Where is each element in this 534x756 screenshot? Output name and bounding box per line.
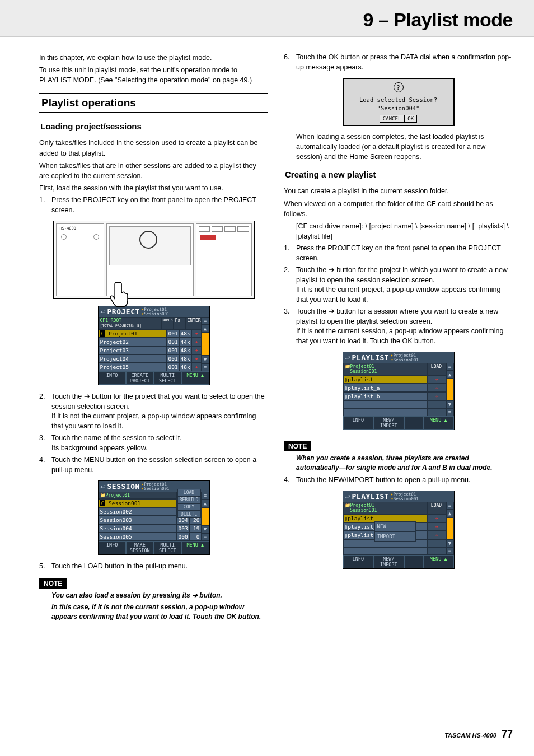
note-label: NOTE — [39, 578, 67, 589]
scroll-down-icon: ▼ — [202, 356, 209, 363]
folder-icon: 📁 — [345, 364, 350, 369]
back-icon: ⮐ — [345, 354, 350, 361]
step-3a: Touch the name of the session to select … — [51, 434, 182, 442]
para-loading-3: First, load the session with the playlis… — [39, 183, 268, 193]
chapter-title: 9 – Playlist mode — [0, 9, 513, 31]
step-3b: Its background appears yellow. — [51, 444, 148, 452]
para-loading-2: When takes/files that are in other sessi… — [39, 161, 268, 181]
section-playlist-operations: Playlist operations — [39, 93, 268, 113]
chapter-header: 9 – Playlist mode — [0, 0, 534, 37]
model-label: TASCAM HS-4000 — [444, 732, 496, 739]
r-step-2b: If it is not the current project, a pop-… — [296, 286, 500, 304]
question-icon: ? — [394, 82, 404, 92]
session-screen: ⮐ SESSION ▸Project01▾Session001 📁Project… — [98, 480, 210, 555]
path-line: [CF card drive name]: \ [project name] \… — [296, 221, 513, 241]
page-footer: TASCAM HS-4000 77 — [444, 729, 513, 740]
create-para-1: You can create a playlist in the current… — [284, 186, 513, 196]
intro-para-2: To use this unit in playlist mode, set t… — [39, 65, 268, 85]
sub-loading: Loading project/sessions — [39, 119, 268, 133]
create-para-2: When viewed on a computer, the folder of… — [284, 199, 513, 219]
para-loading-1: Only takes/files included in the session… — [39, 138, 268, 158]
note-label-r: NOTE — [284, 441, 311, 451]
step-6: Touch the OK button or press the DATA di… — [296, 53, 513, 72]
r-step-3b: If it is not the current session, a pop-… — [296, 327, 503, 345]
r-step-1: Press the PROJECT key on the front panel… — [296, 244, 513, 263]
note-2: In this case, if it is not the current s… — [51, 603, 268, 622]
device-left-panel: HS-4000 — [56, 223, 104, 296]
playlist-screen-2: ⮐ PLAYLIST ▸Project01▾Session001 📁Projec… — [343, 491, 455, 569]
hand-icon — [108, 280, 134, 308]
r-step-3a: Touch the ➔ button for a session where y… — [296, 307, 498, 325]
step-5: Touch the LOAD button in the pull-up men… — [51, 562, 268, 572]
enter-arrow-icon: ➔ — [191, 329, 202, 338]
ok-button: OK — [404, 115, 417, 123]
step-4: Touch the MENU button on the session sel… — [51, 455, 268, 475]
note-r: When you create a session, three playlis… — [296, 454, 513, 473]
scroll-thumb — [202, 333, 209, 356]
step-2b: If it is not the current project, a pop-… — [51, 412, 256, 430]
r-step-2a: Touch the ➔ button for the project in wh… — [296, 266, 508, 284]
back-icon: ⮐ — [100, 309, 106, 315]
back-icon: ⮐ — [100, 483, 106, 489]
device-right-panel — [196, 223, 252, 296]
new-import-pullup: NEW IMPORT — [374, 521, 416, 542]
folder-icon: 📁 — [100, 493, 106, 498]
scroll-rail: ≡ ▲ ▼ ≡ — [202, 317, 209, 371]
device-mid-panel — [106, 223, 194, 296]
after-popup-para: When loading a session completes, the la… — [296, 132, 513, 162]
scroll-bottom-icon: ≡ — [202, 363, 209, 371]
intro-para-1: In this chapter, we explain how to use t… — [39, 53, 268, 63]
sub-creating: Creating a new playlist — [284, 167, 513, 181]
project-screen: ⮐ PROJECT ▸Project01▾Session001 CF1 ROOT… — [98, 306, 210, 385]
step-2a: Touch the ➔ button for the project that … — [51, 393, 265, 410]
scroll-up-icon: ▲ — [202, 325, 209, 333]
session-pullup-menu: LOAD REBUILD COPY DELETE — [177, 489, 201, 518]
jog-wheel-icon — [139, 231, 157, 249]
right-column: 6.Touch the OK button or press the DATA … — [284, 53, 513, 624]
back-icon: ⮐ — [345, 493, 350, 500]
scroll-top-icon: ≡ — [202, 317, 209, 325]
left-column: In this chapter, we explain how to use t… — [39, 53, 268, 624]
cancel-button: CANCEL — [380, 115, 405, 123]
page-number: 77 — [502, 729, 513, 740]
note-1: You can also load a session by pressing … — [51, 591, 268, 600]
confirm-popup: ? Load selected Session? "Session004" CA… — [343, 78, 455, 126]
r-step-4: Touch the NEW/IMPORT button to open a pu… — [296, 475, 513, 486]
device-diagram: HS-4000 — [53, 221, 255, 299]
step-1: Press the PROJECT key on the front panel… — [51, 195, 268, 215]
playlist-screen-1: ⮐ PLAYLIST ▸Project01▾Session001 📁Projec… — [343, 352, 455, 430]
